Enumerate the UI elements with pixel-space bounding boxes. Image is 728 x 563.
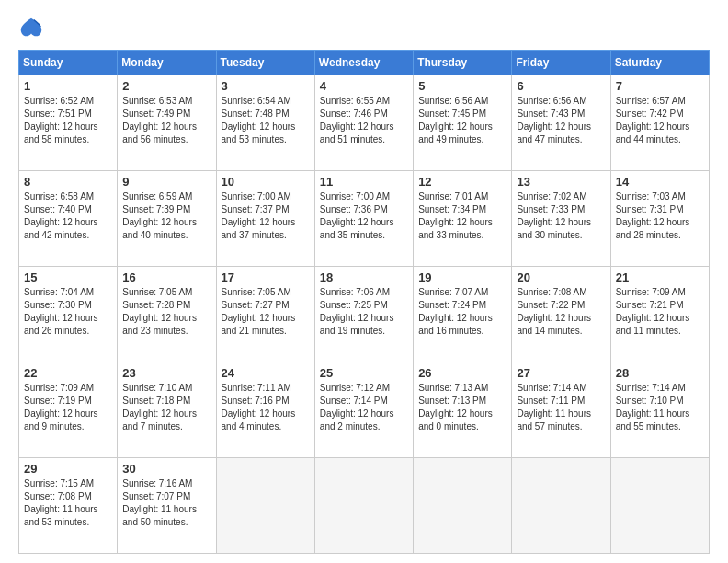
calendar-day-cell: 14Sunrise: 7:03 AMSunset: 7:31 PMDayligh…: [610, 171, 709, 267]
day-content: Sunrise: 7:05 AMSunset: 7:28 PMDaylight:…: [122, 286, 210, 338]
day-content: Sunrise: 6:59 AMSunset: 7:39 PMDaylight:…: [122, 190, 210, 242]
day-number: 21: [616, 270, 704, 284]
day-content: Sunrise: 7:14 AMSunset: 7:11 PMDaylight:…: [517, 382, 605, 433]
day-content: Sunrise: 7:16 AMSunset: 7:07 PMDaylight:…: [122, 477, 210, 529]
calendar-week-row: 15Sunrise: 7:04 AMSunset: 7:30 PMDayligh…: [19, 267, 710, 362]
logo-icon: [18, 15, 44, 40]
calendar-day-cell: 13Sunrise: 7:02 AMSunset: 7:33 PMDayligh…: [512, 171, 610, 267]
calendar-day-cell: [414, 458, 512, 554]
calendar-day-cell: 12Sunrise: 7:01 AMSunset: 7:34 PMDayligh…: [414, 171, 512, 267]
day-content: Sunrise: 7:02 AMSunset: 7:33 PMDaylight:…: [517, 190, 605, 242]
day-number: 24: [222, 366, 310, 380]
day-number: 27: [517, 366, 605, 380]
calendar-day-cell: 8Sunrise: 6:58 AMSunset: 7:40 PMDaylight…: [19, 171, 118, 267]
day-number: 26: [418, 366, 506, 380]
calendar-day-cell: 16Sunrise: 7:05 AMSunset: 7:28 PMDayligh…: [118, 267, 216, 362]
day-content: Sunrise: 7:00 AMSunset: 7:37 PMDaylight:…: [222, 190, 310, 242]
day-content: Sunrise: 6:53 AMSunset: 7:49 PMDaylight:…: [122, 95, 210, 146]
day-content: Sunrise: 7:12 AMSunset: 7:14 PMDaylight:…: [320, 382, 408, 433]
calendar-day-cell: 27Sunrise: 7:14 AMSunset: 7:11 PMDayligh…: [512, 362, 610, 458]
calendar-day-cell: 9Sunrise: 6:59 AMSunset: 7:39 PMDaylight…: [118, 171, 216, 267]
day-number: 2: [122, 79, 210, 93]
day-number: 7: [616, 79, 704, 93]
day-content: Sunrise: 6:58 AMSunset: 7:40 PMDaylight:…: [24, 190, 112, 242]
col-tuesday: Tuesday: [216, 51, 314, 75]
day-number: 12: [418, 175, 506, 189]
col-sunday: Sunday: [19, 51, 118, 75]
logo: [18, 15, 48, 40]
col-saturday: Saturday: [610, 51, 709, 75]
day-content: Sunrise: 6:56 AMSunset: 7:43 PMDaylight:…: [517, 95, 605, 146]
day-number: 11: [320, 175, 408, 189]
day-number: 6: [517, 79, 605, 93]
calendar-day-cell: 18Sunrise: 7:06 AMSunset: 7:25 PMDayligh…: [314, 267, 413, 362]
calendar-day-cell: 3Sunrise: 6:54 AMSunset: 7:48 PMDaylight…: [216, 75, 314, 171]
calendar-header-row: Sunday Monday Tuesday Wednesday Thursday…: [19, 51, 710, 75]
day-number: 19: [418, 270, 506, 284]
day-content: Sunrise: 7:03 AMSunset: 7:31 PMDaylight:…: [616, 190, 704, 242]
day-content: Sunrise: 6:57 AMSunset: 7:42 PMDaylight:…: [616, 95, 704, 146]
day-content: Sunrise: 7:13 AMSunset: 7:13 PMDaylight:…: [418, 382, 506, 433]
calendar-day-cell: 25Sunrise: 7:12 AMSunset: 7:14 PMDayligh…: [314, 362, 413, 458]
calendar-day-cell: 2Sunrise: 6:53 AMSunset: 7:49 PMDaylight…: [118, 75, 216, 171]
calendar-day-cell: 20Sunrise: 7:08 AMSunset: 7:22 PMDayligh…: [512, 267, 610, 362]
calendar-day-cell: 15Sunrise: 7:04 AMSunset: 7:30 PMDayligh…: [19, 267, 118, 362]
day-content: Sunrise: 7:06 AMSunset: 7:25 PMDaylight:…: [320, 286, 408, 338]
col-wednesday: Wednesday: [314, 51, 413, 75]
day-number: 10: [222, 175, 310, 189]
calendar-day-cell: 4Sunrise: 6:55 AMSunset: 7:46 PMDaylight…: [314, 75, 413, 171]
day-number: 29: [24, 462, 112, 476]
page: Sunday Monday Tuesday Wednesday Thursday…: [0, 0, 728, 563]
calendar-week-row: 8Sunrise: 6:58 AMSunset: 7:40 PMDaylight…: [19, 171, 710, 267]
day-number: 20: [517, 270, 605, 284]
day-content: Sunrise: 7:07 AMSunset: 7:24 PMDaylight:…: [418, 286, 506, 338]
calendar-day-cell: [314, 458, 413, 554]
calendar-day-cell: 30Sunrise: 7:16 AMSunset: 7:07 PMDayligh…: [118, 458, 216, 554]
day-content: Sunrise: 7:14 AMSunset: 7:10 PMDaylight:…: [616, 382, 704, 433]
calendar-day-cell: 21Sunrise: 7:09 AMSunset: 7:21 PMDayligh…: [610, 267, 709, 362]
day-number: 8: [24, 175, 112, 189]
day-number: 22: [24, 366, 112, 380]
col-thursday: Thursday: [414, 51, 512, 75]
day-content: Sunrise: 6:55 AMSunset: 7:46 PMDaylight:…: [320, 95, 408, 146]
day-content: Sunrise: 7:09 AMSunset: 7:19 PMDaylight:…: [24, 382, 112, 433]
day-content: Sunrise: 7:08 AMSunset: 7:22 PMDaylight:…: [517, 286, 605, 338]
calendar-day-cell: 11Sunrise: 7:00 AMSunset: 7:36 PMDayligh…: [314, 171, 413, 267]
day-content: Sunrise: 7:01 AMSunset: 7:34 PMDaylight:…: [418, 190, 506, 242]
day-number: 16: [122, 270, 210, 284]
day-number: 23: [122, 366, 210, 380]
calendar-day-cell: 5Sunrise: 6:56 AMSunset: 7:45 PMDaylight…: [414, 75, 512, 171]
calendar-day-cell: [512, 458, 610, 554]
calendar-day-cell: 23Sunrise: 7:10 AMSunset: 7:18 PMDayligh…: [118, 362, 216, 458]
day-content: Sunrise: 6:54 AMSunset: 7:48 PMDaylight:…: [222, 95, 310, 146]
calendar-week-row: 1Sunrise: 6:52 AMSunset: 7:51 PMDaylight…: [19, 75, 710, 171]
calendar-day-cell: 17Sunrise: 7:05 AMSunset: 7:27 PMDayligh…: [216, 267, 314, 362]
day-number: 28: [616, 366, 704, 380]
day-content: Sunrise: 7:10 AMSunset: 7:18 PMDaylight:…: [122, 382, 210, 433]
day-number: 30: [122, 462, 210, 476]
day-number: 3: [222, 79, 310, 93]
col-monday: Monday: [118, 51, 216, 75]
calendar-week-row: 22Sunrise: 7:09 AMSunset: 7:19 PMDayligh…: [19, 362, 710, 458]
calendar-week-row: 29Sunrise: 7:15 AMSunset: 7:08 PMDayligh…: [19, 458, 710, 554]
day-content: Sunrise: 7:05 AMSunset: 7:27 PMDaylight:…: [222, 286, 310, 338]
day-number: 15: [24, 270, 112, 284]
day-content: Sunrise: 7:00 AMSunset: 7:36 PMDaylight:…: [320, 190, 408, 242]
calendar-day-cell: 10Sunrise: 7:00 AMSunset: 7:37 PMDayligh…: [216, 171, 314, 267]
calendar-day-cell: 7Sunrise: 6:57 AMSunset: 7:42 PMDaylight…: [610, 75, 709, 171]
day-number: 18: [320, 270, 408, 284]
calendar-day-cell: 22Sunrise: 7:09 AMSunset: 7:19 PMDayligh…: [19, 362, 118, 458]
day-content: Sunrise: 7:15 AMSunset: 7:08 PMDaylight:…: [24, 477, 112, 529]
day-number: 1: [24, 79, 112, 93]
day-number: 25: [320, 366, 408, 380]
day-number: 9: [122, 175, 210, 189]
calendar-table: Sunday Monday Tuesday Wednesday Thursday…: [18, 50, 710, 554]
calendar-day-cell: 6Sunrise: 6:56 AMSunset: 7:43 PMDaylight…: [512, 75, 610, 171]
day-content: Sunrise: 6:52 AMSunset: 7:51 PMDaylight:…: [24, 95, 112, 146]
day-content: Sunrise: 7:04 AMSunset: 7:30 PMDaylight:…: [24, 286, 112, 338]
calendar-day-cell: [216, 458, 314, 554]
calendar-day-cell: 1Sunrise: 6:52 AMSunset: 7:51 PMDaylight…: [19, 75, 118, 171]
calendar-day-cell: 24Sunrise: 7:11 AMSunset: 7:16 PMDayligh…: [216, 362, 314, 458]
day-number: 5: [418, 79, 506, 93]
header: [18, 15, 710, 40]
